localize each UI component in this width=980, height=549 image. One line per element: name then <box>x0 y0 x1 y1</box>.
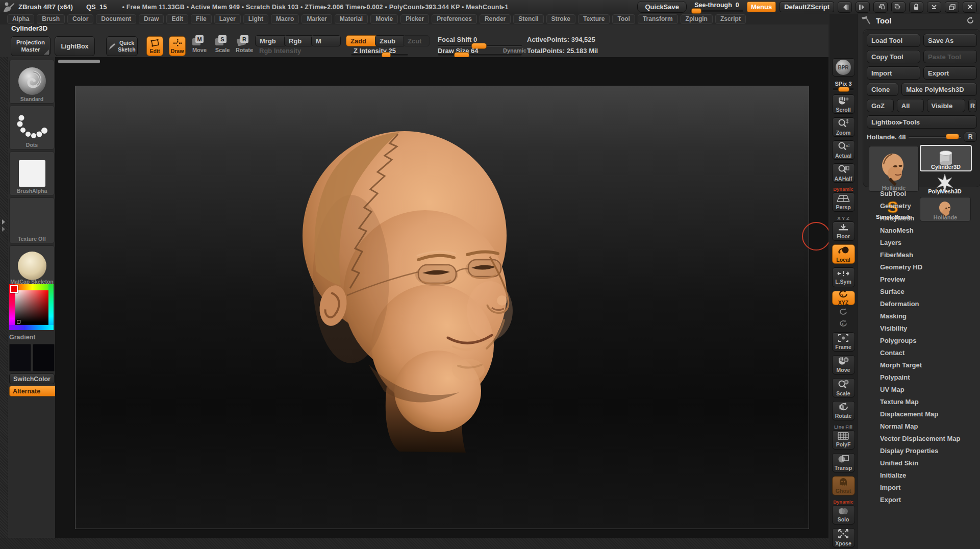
menu-zplugin[interactable]: Zplugin <box>681 14 713 24</box>
dock-right-icon[interactable] <box>891 2 906 13</box>
viewport[interactable] <box>55 57 828 538</box>
subpalette-preview[interactable]: Preview <box>858 273 980 285</box>
menu-preferences[interactable]: Preferences <box>432 14 477 24</box>
visible-button[interactable]: Visible <box>927 99 965 112</box>
rotz-icon[interactable]: z <box>838 319 848 329</box>
hue-selector[interactable] <box>10 285 18 293</box>
restore-icon[interactable] <box>945 2 959 13</box>
subpalette-layers[interactable]: Layers <box>858 236 980 248</box>
tray-scroll-strip[interactable] <box>0 57 8 538</box>
quick-sketch-button[interactable]: QuickSketch <box>106 36 138 56</box>
slide-panel-right-icon[interactable] <box>856 2 870 13</box>
subpalette-visibility[interactable]: Visibility <box>858 322 980 334</box>
secondary-color-swatch[interactable] <box>33 344 55 371</box>
r-button[interactable]: R <box>968 99 977 112</box>
subpalette-deformation[interactable]: Deformation <box>858 297 980 310</box>
canvas-scrollbar[interactable] <box>58 60 100 63</box>
current-alpha-thumbnail[interactable]: BrushAlpha <box>9 152 55 195</box>
slide-panel-left-icon[interactable] <box>838 2 852 13</box>
see-through-handle[interactable] <box>691 8 701 14</box>
close-icon[interactable] <box>963 2 977 13</box>
zsub-button[interactable]: Zsub <box>375 35 406 46</box>
lightbox-button[interactable]: LightBox <box>55 36 95 56</box>
menu-draw[interactable]: Draw <box>139 14 164 24</box>
subpalette-vector-displacement-map[interactable]: Vector Displacement Map <box>858 432 980 444</box>
tool-item-handle[interactable] <box>946 134 959 139</box>
rgb-button[interactable]: Rgb <box>284 35 314 46</box>
tray-arrow-icon[interactable] <box>2 219 5 224</box>
make-polymesh3d-button[interactable]: Make PolyMesh3D <box>901 83 977 96</box>
current-brush-thumbnail[interactable]: Standard <box>9 60 55 104</box>
polyf-mode-label[interactable]: Line Fill <box>834 424 852 430</box>
scale-button[interactable]: S Scale <box>214 36 231 55</box>
menu-alpha[interactable]: Alpha <box>7 14 34 24</box>
spix-slider[interactable]: SPix 3 <box>833 81 855 90</box>
xpose-button[interactable]: Xpose <box>832 528 855 547</box>
main-color-swatch[interactable] <box>9 344 31 371</box>
menu-edit[interactable]: Edit <box>166 14 188 24</box>
default-zscript-button[interactable]: DefaultZScript <box>780 2 834 12</box>
rgb-intensity-slider[interactable]: Rgb Intensity <box>259 47 301 55</box>
document-area[interactable] <box>75 86 809 529</box>
projection-master-button[interactable]: Projection Master <box>11 36 51 56</box>
gradient-label[interactable]: Gradient <box>9 334 54 341</box>
subpalette-import[interactable]: Import <box>858 481 980 493</box>
actual-button[interactable]: x1Actual <box>832 140 855 160</box>
menus-button[interactable]: Menus <box>747 2 776 12</box>
subpalette-geometry[interactable]: Geometry <box>858 199 980 212</box>
spix-handle[interactable] <box>838 87 849 92</box>
subpalette-arraymesh[interactable]: ArrayMesh <box>858 212 980 224</box>
solo-button[interactable]: Solo <box>832 505 855 525</box>
subpalette-uv-map[interactable]: UV Map <box>858 383 980 395</box>
menu-transform[interactable]: Transform <box>638 14 678 24</box>
paste-tool-button[interactable]: Paste Tool <box>923 50 977 63</box>
tool-item-slider[interactable]: Hollande. 48 R <box>867 132 977 142</box>
lightbox-tools-button[interactable]: Lightbox▸Tools <box>867 115 977 129</box>
menu-stencil[interactable]: Stencil <box>513 14 543 24</box>
solo-mode-label[interactable]: Dynamic <box>833 499 853 505</box>
import-button[interactable]: Import <box>867 66 920 80</box>
export-button[interactable]: Export <box>923 66 977 80</box>
menu-zscript[interactable]: Zscript <box>715 14 746 24</box>
ghost-button[interactable]: Ghost <box>832 476 855 495</box>
bottom-tray[interactable] <box>0 538 828 549</box>
menu-movie[interactable]: Movie <box>370 14 398 24</box>
move-button[interactable]: M Move <box>191 36 208 55</box>
xyz-button[interactable]: yXYZ <box>832 291 855 305</box>
edit-button[interactable]: Edit <box>146 36 163 56</box>
menu-picker[interactable]: Picker <box>400 14 429 24</box>
subpalette-texture-map[interactable]: Texture Map <box>858 395 980 408</box>
see-through-slider[interactable]: See-through 0 <box>690 2 743 12</box>
subpalette-export[interactable]: Export <box>858 493 980 506</box>
subpalette-normal-map[interactable]: Normal Map <box>858 420 980 432</box>
mrgb-button[interactable]: Mrgb <box>255 35 287 46</box>
hue-strip-bottom[interactable] <box>9 325 54 330</box>
bpr-button[interactable]: BPR <box>832 58 855 77</box>
floor-mode-label[interactable]: X Y Z <box>837 215 849 221</box>
alternate-button[interactable]: Alternate <box>9 386 58 396</box>
menu-render[interactable]: Render <box>480 14 511 24</box>
hue-strip-right[interactable] <box>48 284 54 330</box>
subpalette-masking[interactable]: Masking <box>858 310 980 322</box>
frame-button[interactable]: Frame <box>832 332 855 352</box>
menu-document[interactable]: Document <box>96 14 136 24</box>
menu-tool[interactable]: Tool <box>612 14 635 24</box>
lock-icon[interactable] <box>909 2 923 13</box>
subpalette-nanomesh[interactable]: NanoMesh <box>858 224 980 236</box>
floor-button[interactable]: Floor <box>832 221 855 241</box>
subpalette-polypaint[interactable]: Polypaint <box>858 371 980 383</box>
subpalette-display-properties[interactable]: Display Properties <box>858 444 980 457</box>
color-picker[interactable] <box>9 284 54 330</box>
minimize-icon[interactable] <box>927 2 941 13</box>
rotate-button[interactable]: Rotate <box>832 401 855 420</box>
focal-shift-slider[interactable]: Focal Shift 0 <box>438 36 477 43</box>
menu-texture[interactable]: Texture <box>578 14 610 24</box>
menu-layer[interactable]: Layer <box>214 14 241 24</box>
subpalette-geometry-hd[interactable]: Geometry HD <box>858 261 980 273</box>
zoom-button[interactable]: Zoom <box>832 117 855 137</box>
current-texture-thumbnail[interactable]: Texture Off <box>9 197 55 243</box>
m-button[interactable]: M <box>311 35 341 46</box>
aahalf-button[interactable]: AAHalf <box>832 163 855 183</box>
all-button[interactable]: All <box>897 99 924 112</box>
menu-marker[interactable]: Marker <box>301 14 332 24</box>
